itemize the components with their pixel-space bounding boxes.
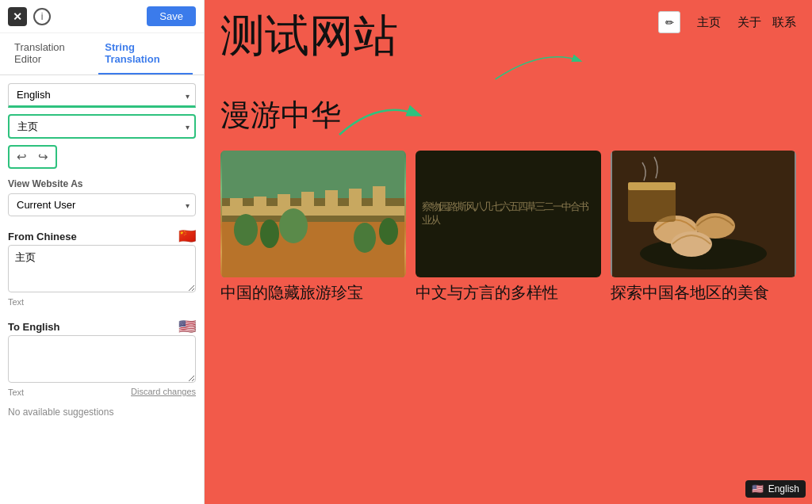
header-left: ✕ i [8,7,51,26]
undo-button[interactable]: ↩ [13,148,31,166]
to-label: To English [8,321,59,333]
redo-button[interactable]: ↪ [34,148,52,166]
tab-string-translation[interactable]: String Translation [98,33,193,74]
edit-icon: ✏ [665,17,674,29]
left-panel: ✕ i Save Translation Editor String Trans… [0,0,205,504]
image-characters[interactable]: 察物园路斯风八几七六五四草三二一中合书业从 [416,151,601,277]
svg-rect-6 [278,194,290,208]
info-button[interactable]: i [33,8,51,25]
right-panel: 测试网站 ✏ 主页 关于 联系 漫游中华 [205,0,812,504]
discard-changes-link[interactable]: Discard changes [131,387,196,396]
site-nav: ✏ 主页 关于 联系 [658,11,796,33]
user-select[interactable]: Current User Guest Admin [8,193,196,216]
from-lang-row: From Chinese 🇨🇳 [8,227,196,245]
nav-item-contact[interactable]: 联系 [772,15,796,30]
language-select[interactable]: English Chinese French [8,83,196,108]
english-badge-flag: 🇺🇸 [752,483,764,494]
svg-rect-7 [301,192,314,209]
site-title: 测试网站 [220,6,398,67]
from-chinese-section: From Chinese 🇨🇳 主页 Text [8,223,196,307]
suggestions-text: No available suggestions [8,407,196,418]
site-subheading: 漫游中华 [220,95,341,136]
svg-rect-5 [254,197,266,209]
nav-item-home[interactable]: 主页 [691,13,726,32]
tab-translation-editor[interactable]: Translation Editor [8,33,95,74]
nav-item-about[interactable]: 关于 [737,15,761,30]
characters-display: 察物园路斯风八几七六五四草三二一中合书业从 [419,197,598,231]
to-lang-row: To English 🇺🇸 [8,318,196,335]
card-title-2: 探索中国各地区的美食 [611,282,796,303]
svg-point-11 [234,214,258,246]
undo-redo-row: ↩ ↪ [8,145,57,169]
from-label: From Chinese [8,231,77,242]
svg-rect-4 [230,198,243,209]
to-textarea[interactable] [8,335,196,383]
svg-rect-10 [373,186,385,208]
svg-point-15 [379,218,398,245]
image-card-2: 探索中国各地区的美食 [611,151,796,303]
language-dropdown-wrap: English Chinese French ▾ [8,83,196,108]
from-sublabel: Text [8,297,196,307]
image-card-0: 中国的隐藏旅游珍宝 [220,151,406,303]
nav-edit-button[interactable]: ✏ [658,11,680,33]
info-icon: i [41,11,44,22]
from-flag: 🇨🇳 [178,227,196,245]
from-textarea[interactable]: 主页 [8,245,196,292]
close-button[interactable]: ✕ [8,7,27,26]
svg-point-13 [279,208,308,243]
user-dropdown-wrap: Current User Guest Admin ▾ [8,193,196,216]
svg-point-14 [354,223,376,253]
svg-rect-9 [349,189,362,209]
panel-tabs: Translation Editor String Translation [0,33,204,75]
to-english-section: To English 🇺🇸 Text Discard changes [8,313,196,397]
svg-rect-8 [325,190,338,209]
to-sublabel: Text [8,388,24,397]
svg-point-12 [260,220,279,248]
svg-rect-22 [628,182,676,190]
english-badge-label: English [768,483,799,494]
image-great-wall [220,151,406,277]
arrow-annotation-2 [490,32,585,95]
close-icon: ✕ [13,10,22,23]
panel-header: ✕ i Save [0,0,204,33]
english-badge[interactable]: 🇺🇸 English [745,480,806,498]
view-website-as-section: View Website As Current User Guest Admin… [8,175,196,216]
panel-body: English Chinese French ▾ 主页 关于 联系 ▾ ↩ ↪ … [0,75,204,504]
image-dumplings [611,151,796,277]
string-select[interactable]: 主页 关于 联系 [8,114,196,139]
image-grid: 中国的隐藏旅游珍宝 察物园路斯风八几七六五四草三二一中合书业从 中文与方言的多样… [220,151,796,303]
save-button[interactable]: Save [147,6,196,26]
discard-row: Text Discard changes [8,386,196,397]
to-flag: 🇺🇸 [178,318,196,335]
image-card-1: 察物园路斯风八几七六五四草三二一中合书业从 中文与方言的多样性 [416,151,601,303]
string-dropdown-wrap: 主页 关于 联系 ▾ [8,114,196,139]
arrow-annotation-1 [331,91,427,139]
view-website-as-label: View Website As [8,178,196,189]
card-title-1: 中文与方言的多样性 [416,282,601,303]
card-title-0: 中国的隐藏旅游珍宝 [220,282,406,303]
